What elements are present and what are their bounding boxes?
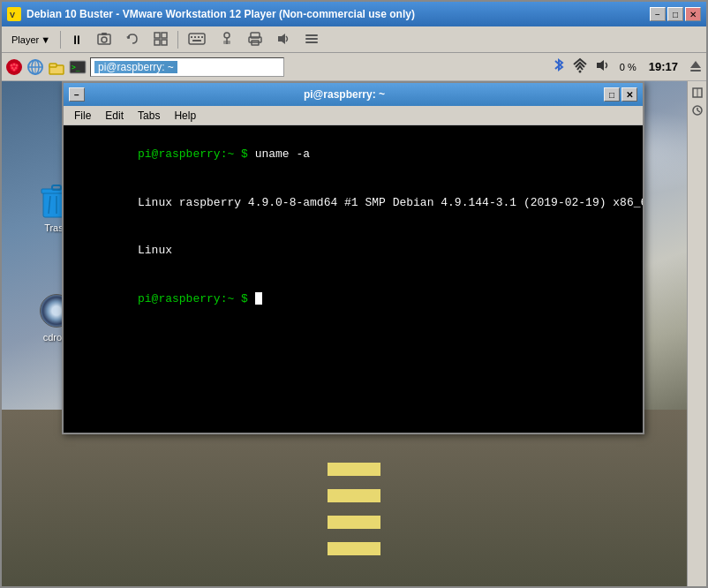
prompt-2: pi@raspberry:~ $: [138, 292, 255, 305]
terminal-menubar: File Edit Tabs Help: [64, 106, 643, 125]
svg-marker-43: [597, 60, 604, 71]
output-1: Linux raspberry 4.9.0-8-amd64 #1 SMP Deb…: [138, 196, 643, 209]
clock: 19:17: [649, 60, 678, 73]
pause-button[interactable]: ⏸: [64, 30, 89, 49]
svg-rect-18: [223, 41, 230, 44]
svg-rect-48: [52, 185, 61, 190]
terminal-line-1: pi@raspberry:~ $ uname -a: [69, 131, 637, 179]
send-keys-button[interactable]: [182, 30, 212, 49]
terminal-titlebar-left-btns: −: [69, 87, 85, 102]
menu-file[interactable]: File: [67, 108, 98, 124]
svg-point-29: [13, 63, 16, 65]
svg-point-16: [224, 33, 230, 38]
snapshot-button[interactable]: [91, 30, 117, 49]
svg-marker-22: [278, 34, 285, 44]
player-arrow: ▼: [41, 34, 50, 45]
address-value: pi@raspberry: ~: [94, 61, 177, 73]
maximize-button[interactable]: □: [667, 7, 683, 21]
system-tray: 0 % 19:17: [553, 57, 703, 76]
svg-rect-9: [162, 40, 167, 45]
menu-tabs[interactable]: Tabs: [131, 108, 167, 124]
terminal-line-4: pi@raspberry:~ $: [69, 275, 637, 324]
svg-rect-39: [49, 64, 56, 67]
terminal-window: − pi@raspberry: ~ □ ✕ File Edit Tabs Hel…: [62, 81, 644, 434]
bluetooth-icon[interactable]: [553, 57, 565, 76]
usb-icon: [220, 32, 234, 48]
menu-help[interactable]: Help: [167, 108, 203, 124]
toolbar-separator: [60, 31, 61, 49]
terminal-small-icon[interactable]: >_: [69, 58, 87, 76]
vmware-toolbar: Player ▼ ⏸: [2, 26, 706, 53]
svg-text:V: V: [10, 11, 15, 19]
command-1: uname -a: [255, 147, 310, 161]
raspberry-icon[interactable]: [5, 58, 23, 76]
svg-rect-23: [305, 34, 318, 36]
fullscreen-button[interactable]: [147, 30, 174, 49]
usb-button[interactable]: [214, 30, 240, 49]
svg-point-33: [13, 68, 16, 71]
right-btn-1[interactable]: [689, 85, 705, 101]
output-2: Linux: [138, 244, 172, 257]
titlebar-buttons: − □ ✕: [650, 7, 701, 21]
eject-icon[interactable]: [689, 57, 703, 76]
vmware-addressbar: >_ pi@raspberry: ~: [2, 53, 706, 81]
desktop-road: [2, 410, 706, 586]
player-menu-button[interactable]: Player ▼: [5, 30, 56, 49]
svg-point-30: [16, 64, 19, 66]
vmware-logo: V: [7, 7, 21, 21]
prompt-1: pi@raspberry:~ $: [138, 147, 255, 161]
terminal-close-button[interactable]: ✕: [621, 87, 637, 102]
terminal-line-3: Linux: [69, 227, 637, 275]
vmware-window: V Debian 10 Buster - VMware Workstation …: [0, 0, 708, 588]
files-icon[interactable]: [48, 58, 65, 76]
terminal-titlebar-right-btns: □ ✕: [604, 87, 637, 102]
pause-icon: ⏸: [71, 33, 83, 47]
snapshot-icon: [97, 32, 111, 48]
terminal-body[interactable]: pi@raspberry:~ $ uname -a Linux raspberr…: [64, 125, 643, 433]
fullscreen-icon: [154, 32, 168, 48]
svg-rect-13: [198, 36, 200, 38]
svg-point-42: [578, 71, 581, 73]
settings-button[interactable]: [298, 30, 325, 49]
vmware-content: Trash cdro... − pi@raspberry: ~ □ ✕: [2, 81, 706, 586]
terminal-title: pi@raspberry: ~: [85, 88, 604, 101]
audio-icon: [276, 32, 290, 48]
svg-rect-12: [194, 36, 196, 38]
vmware-right-toolbar: [687, 81, 706, 586]
minimize-button[interactable]: −: [650, 7, 666, 21]
svg-rect-45: [690, 70, 701, 72]
menu-edit[interactable]: Edit: [98, 108, 131, 124]
volume-label: 0 %: [620, 62, 636, 72]
revert-icon: [125, 32, 139, 48]
svg-rect-25: [305, 41, 318, 43]
terminal-line-2: Linux raspberry 4.9.0-8-amd64 #1 SMP Deb…: [69, 179, 637, 228]
svg-text:>_: >_: [72, 64, 80, 72]
svg-rect-11: [191, 36, 192, 38]
printer-button[interactable]: [242, 30, 268, 49]
player-label: Player: [11, 34, 39, 45]
svg-rect-6: [154, 33, 160, 38]
audio-button[interactable]: [270, 30, 297, 49]
address-input[interactable]: pi@raspberry: ~: [90, 57, 284, 77]
svg-point-28: [11, 64, 13, 66]
terminal-maximize-button[interactable]: □: [604, 87, 620, 102]
svg-rect-7: [162, 33, 167, 38]
settings-icon: [305, 32, 319, 48]
svg-point-4: [102, 37, 107, 42]
terminal-minimize-button[interactable]: −: [69, 87, 85, 102]
svg-rect-8: [154, 40, 160, 45]
printer-icon: [248, 32, 262, 48]
right-btn-2[interactable]: [689, 102, 705, 118]
svg-rect-24: [305, 38, 318, 40]
svg-marker-44: [690, 61, 701, 68]
vmware-titlebar: V Debian 10 Buster - VMware Workstation …: [2, 2, 706, 26]
globe-icon[interactable]: [26, 58, 44, 76]
close-button[interactable]: ✕: [685, 7, 701, 21]
cursor: [255, 292, 262, 305]
network-icon[interactable]: [572, 57, 588, 76]
volume-icon[interactable]: [595, 57, 611, 76]
svg-rect-15: [192, 40, 201, 41]
revert-button[interactable]: [119, 30, 146, 49]
svg-rect-14: [201, 36, 203, 38]
toolbar-separator-2: [177, 31, 178, 49]
